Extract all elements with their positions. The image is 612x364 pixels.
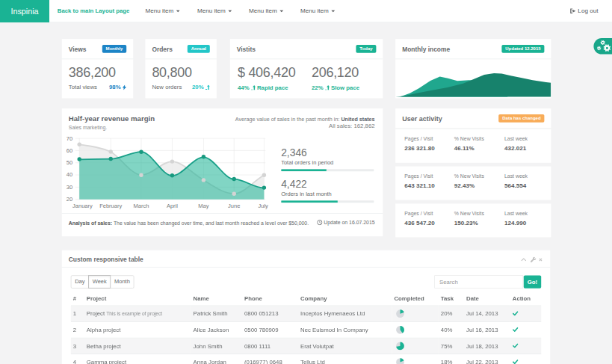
svg-text:April: April <box>167 203 178 209</box>
svg-text:January: January <box>72 203 93 209</box>
svg-text:February: February <box>99 203 122 209</box>
svg-text:40: 40 <box>67 171 72 178</box>
svg-text:May: May <box>198 203 208 209</box>
svg-text:June: June <box>228 203 240 209</box>
svg-text:March: March <box>134 203 149 209</box>
svg-text:50: 50 <box>67 159 72 166</box>
svg-text:30: 30 <box>67 184 72 191</box>
svg-text:July: July <box>259 203 269 209</box>
svg-text:70: 70 <box>67 135 72 142</box>
svg-text:20: 20 <box>67 196 72 203</box>
svg-text:60: 60 <box>67 147 72 154</box>
